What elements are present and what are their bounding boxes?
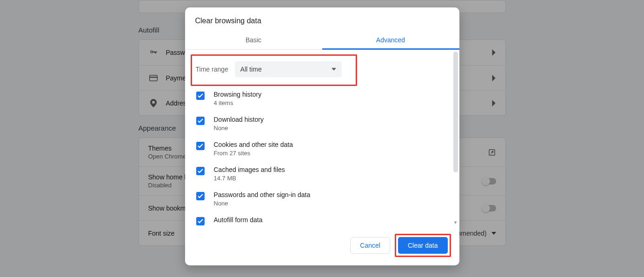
time-range-value: All time <box>240 66 262 73</box>
data-item-sub: 4 items <box>214 99 262 106</box>
data-item-sub: None <box>214 200 311 207</box>
dialog-scroll-area[interactable]: Time range All time Browsing history 4 i… <box>185 50 459 226</box>
data-item-browsing-history[interactable]: Browsing history 4 items <box>194 86 450 111</box>
data-item-cookies[interactable]: Cookies and other site data From 27 site… <box>194 136 450 161</box>
clear-browsing-data-dialog: Clear browsing data Basic Advanced Time … <box>185 7 459 265</box>
checkbox-browsing-history[interactable] <box>196 92 205 100</box>
data-item-label: Passwords and other sign-in data <box>214 191 311 198</box>
scroll-down-icon[interactable]: ▼ <box>453 220 458 225</box>
checkbox-download-history[interactable] <box>196 117 205 125</box>
data-item-label: Browsing history <box>214 91 262 98</box>
data-item-sub: 14.7 MB <box>214 175 285 182</box>
dialog-title: Clear browsing data <box>185 7 459 32</box>
clear-data-highlight: Clear data <box>395 234 451 257</box>
data-item-sub: From 27 sites <box>214 150 293 157</box>
tab-advanced[interactable]: Advanced <box>322 32 459 50</box>
scrollbar-thumb[interactable] <box>453 52 458 172</box>
tab-basic[interactable]: Basic <box>185 32 322 49</box>
dialog-footer: Cancel Clear data <box>185 226 459 265</box>
check-icon <box>198 93 203 98</box>
time-range-highlight: Time range All time <box>191 54 357 86</box>
dialog-body: Time range All time Browsing history 4 i… <box>185 50 459 226</box>
check-icon <box>198 219 203 224</box>
data-item-cached[interactable]: Cached images and files 14.7 MB <box>194 161 450 186</box>
data-item-label: Autofill form data <box>214 216 263 224</box>
clear-data-button[interactable]: Clear data <box>398 237 448 254</box>
dialog-tabs: Basic Advanced <box>185 32 459 50</box>
check-icon <box>198 194 203 198</box>
check-icon <box>198 119 203 123</box>
time-range-row: Time range All time <box>195 59 353 82</box>
data-item-label: Download history <box>214 116 264 123</box>
time-range-label: Time range <box>196 66 228 73</box>
check-icon <box>198 169 203 173</box>
cancel-button[interactable]: Cancel <box>350 237 390 254</box>
data-item-passwords[interactable]: Passwords and other sign-in data None <box>194 186 450 211</box>
data-item-sub: None <box>214 125 264 132</box>
data-item-download-history[interactable]: Download history None <box>194 111 450 136</box>
time-range-select[interactable]: All time <box>235 61 342 77</box>
data-item-label: Cached images and files <box>214 166 285 173</box>
checkbox-autofill[interactable] <box>196 217 205 225</box>
checkbox-cached[interactable] <box>196 167 205 175</box>
chevron-down-icon <box>332 68 336 71</box>
check-icon <box>198 144 203 148</box>
data-item-label: Cookies and other site data <box>214 141 293 148</box>
checkbox-cookies[interactable] <box>196 142 205 150</box>
data-item-autofill[interactable]: Autofill form data <box>194 211 450 226</box>
checkbox-passwords[interactable] <box>196 192 205 200</box>
